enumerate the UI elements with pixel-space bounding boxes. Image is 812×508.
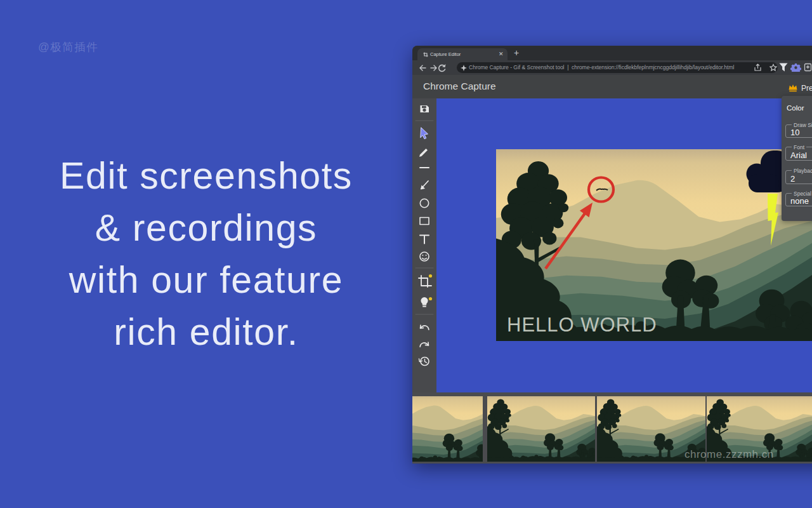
svg-text:Premium: Premium: [801, 84, 812, 93]
svg-text:HELLO WORLD: HELLO WORLD: [507, 314, 657, 336]
